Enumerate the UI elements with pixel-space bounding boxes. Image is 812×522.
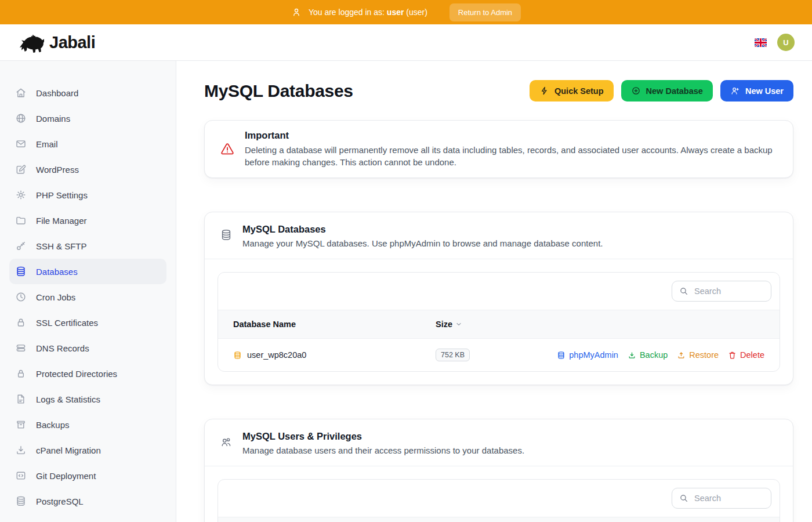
- column-database-name: Database Name: [218, 320, 436, 329]
- avatar[interactable]: U: [777, 34, 795, 51]
- database-icon: [15, 266, 27, 277]
- database-name: user_wp8c20a0: [247, 350, 306, 360]
- user-icon: [291, 7, 302, 17]
- search-icon: [679, 494, 688, 503]
- users-card-title: MySQL Users & Privileges: [242, 431, 524, 442]
- sidebar-item-label: SSH & SFTP: [36, 241, 87, 251]
- folder-icon: [15, 215, 27, 226]
- sidebar-item-git-deployment[interactable]: Git Deployment: [9, 463, 166, 488]
- database-icon: [15, 495, 27, 507]
- warning-icon: [220, 142, 235, 157]
- sidebar-item-cron-jobs[interactable]: Cron Jobs: [9, 284, 166, 310]
- key-icon: [15, 240, 27, 252]
- new-database-button[interactable]: New Database: [621, 80, 713, 102]
- sidebar-item-dns-records[interactable]: DNS Records: [9, 335, 166, 361]
- sidebar-item-protected-directories[interactable]: Protected Directories: [9, 361, 166, 386]
- notice-body: Deleting a database will permanently rem…: [245, 144, 778, 168]
- database-size-badge: 752 KB: [436, 349, 470, 361]
- user-plus-icon: [730, 86, 740, 96]
- globe-icon: [15, 113, 27, 124]
- sidebar-item-label: Git Deployment: [36, 471, 96, 481]
- document-icon: [15, 393, 27, 405]
- sidebar-item-label: WordPress: [36, 165, 79, 175]
- backup-link[interactable]: Backup: [628, 350, 668, 360]
- users-icon: [220, 436, 233, 448]
- upload-icon: [677, 351, 686, 360]
- sidebar-item-label: DNS Records: [36, 343, 89, 353]
- sidebar-item-label: Databases: [36, 267, 78, 277]
- main-content: MySQL Databases Quick Setup New Database…: [176, 61, 812, 522]
- language-flag-icon[interactable]: [755, 38, 767, 47]
- sidebar-item-label: PHP Settings: [36, 190, 88, 200]
- sidebar-item-logs-statistics[interactable]: Logs & Statistics: [9, 386, 166, 412]
- databases-search[interactable]: [672, 281, 771, 302]
- sidebar-item-label: Domains: [36, 114, 70, 124]
- server-icon: [15, 342, 27, 354]
- users-search[interactable]: [672, 488, 771, 509]
- database-icon: [220, 229, 233, 241]
- sidebar-item-label: Cron Jobs: [36, 292, 75, 302]
- gear-icon: [15, 189, 27, 201]
- archive-icon: [15, 419, 27, 430]
- sidebar-item-partial[interactable]: [9, 514, 166, 522]
- sidebar-item-dashboard[interactable]: Dashboard: [9, 80, 166, 106]
- mail-icon: [15, 138, 27, 150]
- sidebar-item-cpanel-migration[interactable]: cPanel Migration: [9, 437, 166, 463]
- search-icon: [679, 287, 688, 296]
- quick-setup-button[interactable]: Quick Setup: [530, 80, 614, 102]
- sidebar-item-postgresql[interactable]: PostgreSQL: [9, 488, 166, 514]
- return-to-admin-button[interactable]: Return to Admin: [449, 3, 521, 21]
- code-icon: [15, 470, 27, 481]
- sidebar-item-label: Protected Directories: [36, 369, 117, 379]
- lock-icon: [15, 317, 27, 328]
- login-message: You are logged in as: user (user): [309, 8, 427, 17]
- sidebar-item-file-manager[interactable]: File Manager: [9, 208, 166, 233]
- sidebar-item-label: Logs & Statistics: [36, 394, 100, 404]
- brand-name: Jabali: [49, 33, 95, 52]
- sidebar-item-php-settings[interactable]: PHP Settings: [9, 182, 166, 208]
- top-bar: You are logged in as: user (user) Return…: [0, 0, 812, 24]
- column-size-sort[interactable]: Size: [436, 320, 462, 329]
- important-notice: Important Deleting a database will perma…: [204, 120, 793, 178]
- warthog-logo-icon: [17, 32, 44, 53]
- edit-icon: [15, 164, 27, 175]
- brand-logo[interactable]: Jabali: [17, 32, 95, 53]
- new-user-button[interactable]: New User: [720, 80, 793, 102]
- trash-icon: [728, 351, 737, 360]
- users-card: MySQL Users & Privileges Manage database…: [204, 419, 793, 522]
- download-icon: [15, 444, 27, 456]
- database-row: user_wp8c20a0 752 KB phpMyAdmin: [218, 339, 780, 371]
- sidebar-item-label: SSL Certificates: [36, 318, 98, 328]
- login-username: user: [387, 8, 404, 17]
- lock-icon: [15, 368, 27, 379]
- sidebar-item-label: PostgreSQL: [36, 496, 84, 506]
- sidebar-item-backups[interactable]: Backups: [9, 412, 166, 437]
- plus-circle-icon: [631, 86, 641, 96]
- database-icon: [233, 351, 242, 360]
- sidebar-item-label: File Manager: [36, 216, 87, 226]
- databases-search-input[interactable]: [693, 286, 764, 296]
- sidebar: Dashboard Domains Email WordPress PHP Se…: [0, 61, 176, 522]
- users-search-input[interactable]: [693, 493, 764, 503]
- sidebar-item-ssl-certificates[interactable]: SSL Certificates: [9, 310, 166, 335]
- notice-title: Important: [245, 130, 778, 141]
- delete-link[interactable]: Delete: [728, 350, 764, 360]
- sidebar-item-ssh-sftp[interactable]: SSH & SFTP: [9, 233, 166, 259]
- sidebar-item-label: Dashboard: [36, 88, 78, 98]
- home-icon: [15, 87, 27, 99]
- app-header: Jabali U: [0, 24, 812, 61]
- clock-icon: [15, 291, 27, 303]
- chevron-down-icon: [455, 321, 462, 328]
- database-icon: [557, 351, 566, 360]
- sidebar-item-email[interactable]: Email: [9, 131, 166, 157]
- sidebar-item-wordpress[interactable]: WordPress: [9, 157, 166, 182]
- restore-link[interactable]: Restore: [677, 350, 719, 360]
- page-actions: Quick Setup New Database New User: [530, 80, 793, 102]
- sidebar-item-databases[interactable]: Databases: [9, 259, 166, 284]
- sidebar-item-label: cPanel Migration: [36, 445, 101, 455]
- page-title: MySQL Databases: [204, 81, 353, 101]
- sidebar-item-domains[interactable]: Domains: [9, 106, 166, 131]
- sidebar-item-label: Backups: [36, 420, 70, 430]
- download-icon: [628, 351, 636, 360]
- phpmyadmin-link[interactable]: phpMyAdmin: [557, 350, 618, 360]
